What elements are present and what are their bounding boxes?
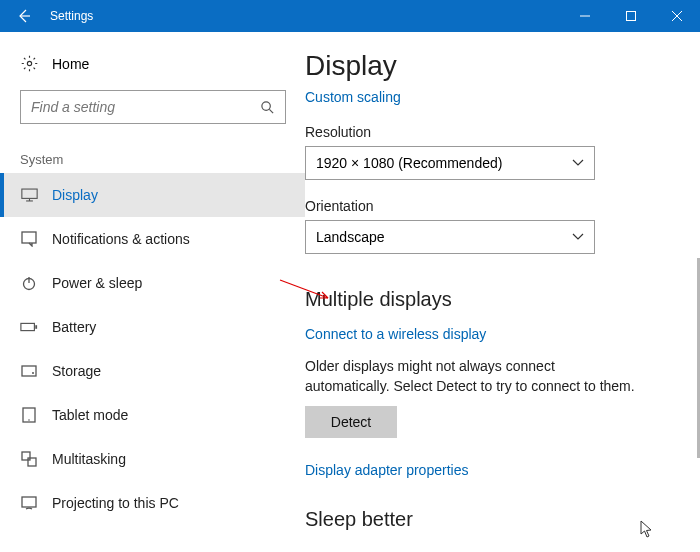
svg-point-19 — [28, 419, 30, 421]
svg-rect-11 — [22, 232, 36, 243]
sidebar-item-display[interactable]: Display — [0, 173, 305, 217]
svg-point-6 — [262, 101, 270, 109]
sidebar-item-label: Projecting to this PC — [52, 495, 179, 511]
orientation-label: Orientation — [305, 198, 670, 214]
svg-point-17 — [32, 372, 34, 374]
multiple-displays-title: Multiple displays — [305, 288, 670, 311]
cursor-icon — [640, 520, 654, 538]
sidebar-item-notifications[interactable]: Notifications & actions — [0, 217, 305, 261]
display-icon — [20, 188, 38, 202]
display-adapter-link[interactable]: Display adapter properties — [305, 462, 670, 478]
orientation-value: Landscape — [316, 229, 385, 245]
sidebar-item-multitasking[interactable]: Multitasking — [0, 437, 305, 481]
orientation-dropdown[interactable]: Landscape — [305, 220, 595, 254]
detect-button[interactable]: Detect — [305, 406, 397, 438]
projecting-icon — [20, 495, 38, 511]
chevron-down-icon — [572, 159, 584, 167]
home-link[interactable]: Home — [0, 47, 305, 80]
window-title: Settings — [50, 9, 93, 23]
search-field[interactable] — [31, 99, 260, 115]
sidebar-item-storage[interactable]: Storage — [0, 349, 305, 393]
maximize-icon — [626, 11, 636, 21]
titlebar: Settings — [0, 0, 700, 32]
minimize-button[interactable] — [562, 0, 608, 32]
resolution-label: Resolution — [305, 124, 670, 140]
older-displays-desc: Older displays might not always connect … — [305, 357, 635, 396]
sidebar-item-label: Storage — [52, 363, 101, 379]
multitasking-icon — [20, 451, 38, 467]
window-controls — [562, 0, 700, 32]
sidebar-item-battery[interactable]: Battery — [0, 305, 305, 349]
sidebar-item-power[interactable]: Power & sleep — [0, 261, 305, 305]
back-button[interactable] — [0, 0, 48, 32]
svg-rect-20 — [22, 452, 30, 460]
custom-scaling-link[interactable]: Custom scaling — [305, 89, 401, 105]
close-icon — [672, 11, 682, 21]
svg-rect-2 — [627, 12, 636, 21]
sidebar-item-label: Tablet mode — [52, 407, 128, 423]
sidebar-item-label: Battery — [52, 319, 96, 335]
sidebar-item-tablet[interactable]: Tablet mode — [0, 393, 305, 437]
sidebar-item-label: Notifications & actions — [52, 231, 190, 247]
search-input[interactable] — [20, 90, 286, 124]
nav-list: Display Notifications & actions Power & … — [0, 173, 305, 525]
search-icon — [260, 100, 275, 115]
battery-icon — [20, 321, 38, 333]
section-label-system: System — [0, 124, 305, 173]
svg-rect-22 — [22, 497, 36, 507]
power-icon — [20, 275, 38, 291]
svg-rect-14 — [21, 323, 35, 330]
svg-rect-15 — [35, 325, 37, 329]
main-content: Display Custom scaling Resolution 1920 ×… — [305, 32, 700, 552]
home-label: Home — [52, 56, 89, 72]
arrow-left-icon — [16, 8, 32, 24]
sidebar-item-label: Power & sleep — [52, 275, 142, 291]
storage-icon — [20, 363, 38, 379]
minimize-icon — [580, 11, 590, 21]
notifications-icon — [20, 231, 38, 247]
svg-line-7 — [269, 109, 273, 113]
maximize-button[interactable] — [608, 0, 654, 32]
svg-rect-21 — [28, 458, 36, 466]
sidebar-item-projecting[interactable]: Projecting to this PC — [0, 481, 305, 525]
svg-rect-16 — [22, 366, 36, 376]
svg-point-5 — [27, 61, 31, 65]
resolution-dropdown[interactable]: 1920 × 1080 (Recommended) — [305, 146, 595, 180]
tablet-icon — [20, 407, 38, 423]
svg-rect-8 — [21, 189, 36, 198]
close-button[interactable] — [654, 0, 700, 32]
sidebar: Home System Display Notifications & acti… — [0, 32, 305, 552]
connect-wireless-link[interactable]: Connect to a wireless display — [305, 326, 486, 342]
sidebar-item-label: Multitasking — [52, 451, 126, 467]
sleep-better-title: Sleep better — [305, 508, 670, 531]
chevron-down-icon — [572, 233, 584, 241]
page-title: Display — [305, 50, 670, 82]
gear-icon — [20, 55, 38, 72]
sidebar-item-label: Display — [52, 187, 98, 203]
resolution-value: 1920 × 1080 (Recommended) — [316, 155, 502, 171]
